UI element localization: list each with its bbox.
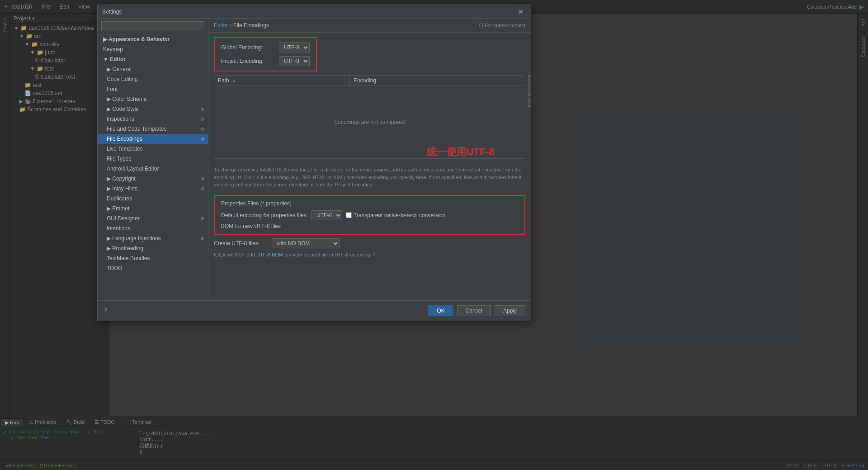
nav-copyright[interactable]: ▶ Copyright ⚙ — [98, 174, 208, 184]
nav-intentions-label: Intentions — [107, 225, 130, 232]
bom-label: BOM for new UTF-8 files — [221, 223, 518, 229]
nav-copyright-label: ▶ Copyright — [107, 176, 136, 182]
path-col-label: Path — [218, 77, 229, 84]
code-style-settings-icon: ⚙ — [200, 107, 204, 112]
nav-todo-label: TODO — [107, 265, 122, 271]
project-encoding-row: Project Encoding: UTF-8 — [221, 56, 310, 66]
nav-appearance[interactable]: ▶ Appearance & Behavior — [98, 34, 208, 44]
nav-proofreading-label: ▶ Proofreading — [107, 245, 143, 252]
utf8-bom-link[interactable]: UTF-8 BOM — [256, 252, 283, 257]
no-bom-info: IDEA will NOT add UTF-8 BOM to every cre… — [214, 252, 525, 258]
encoding-column-header[interactable]: Encoding — [350, 76, 525, 85]
global-encoding-label: Global Encoding: — [221, 44, 275, 51]
global-encoding-row: Global Encoding: UTF-8 — [221, 43, 310, 52]
nav-proofreading[interactable]: ▶ Proofreading — [98, 243, 208, 253]
nav-inlay-hints[interactable]: ▶ Inlay Hints ⚙ — [98, 184, 208, 194]
nav-inspections-label: Inspections — [107, 116, 134, 122]
nav-file-encodings[interactable]: File Encodings ⚙ — [98, 134, 208, 144]
nav-android-layout[interactable]: Android Layout Editor — [98, 164, 208, 174]
transparent-checkbox[interactable] — [346, 212, 352, 218]
nav-todo[interactable]: TODO — [98, 263, 208, 273]
nav-font-label: Font — [107, 86, 118, 92]
project-encoding-select[interactable]: UTF-8 — [279, 56, 310, 66]
settings-content: Editor › File Encodings ☐ For current pr… — [208, 19, 531, 300]
edit-path-button[interactable]: ✎ — [528, 97, 531, 107]
nav-code-editing-label: Code Editing — [107, 76, 138, 82]
nav-file-types[interactable]: File Types — [98, 154, 208, 164]
info-text: To change encoding IntelliJ IDEA uses fo… — [214, 162, 525, 192]
nav-keymap-label: Keymap — [103, 46, 123, 52]
apply-button[interactable]: Apply — [495, 305, 525, 316]
nav-gui-designer-label: GUI Designer — [107, 215, 140, 222]
path-column-header[interactable]: Path ▲ — [214, 76, 350, 85]
global-encoding-select[interactable]: UTF-8 — [279, 43, 310, 52]
nav-file-code-templates-label: File and Code Templates — [107, 126, 167, 132]
nav-general-label: ▶ General — [107, 66, 132, 72]
nav-textmate-label: TextMate Bundles — [107, 255, 150, 261]
create-utf8-row: Create UTF-8 files: with NO BOM with BOM — [214, 238, 525, 248]
nav-code-editing[interactable]: Code Editing — [98, 74, 208, 84]
nav-emmet-label: ▶ Emmet — [107, 205, 129, 212]
properties-files-box: Properties Files (*.properties) Default … — [214, 195, 525, 235]
settings-sidebar: ▶ Appearance & Behavior Keymap ▼ Editor … — [98, 19, 208, 300]
nav-duplicates[interactable]: Duplicates — [98, 194, 208, 204]
nav-editor[interactable]: ▼ Editor — [98, 54, 208, 64]
nav-android-layout-label: Android Layout Editor — [107, 166, 159, 172]
file-encodings-settings-icon: ⚙ — [200, 137, 204, 142]
nav-code-style-label: ▶ Code Style — [107, 106, 139, 112]
gui-designer-settings-icon: ⚙ — [200, 216, 204, 221]
for-current-project[interactable]: ☐ For current project — [479, 23, 525, 28]
dialog-titlebar: Settings ✕ — [98, 5, 531, 19]
nav-inspections[interactable]: Inspections ⚙ — [98, 114, 208, 124]
dialog-body: ▶ Appearance & Behavior Keymap ▼ Editor … — [98, 19, 531, 300]
help-button[interactable]: ? — [103, 307, 107, 315]
breadcrumb-parent[interactable]: Editor — [214, 22, 228, 28]
nav-color-scheme-label: ▶ Color Scheme — [107, 96, 146, 102]
nav-keymap[interactable]: Keymap — [98, 44, 208, 54]
nav-gui-designer[interactable]: GUI Designer ⚙ — [98, 214, 208, 223]
nav-code-style[interactable]: ▶ Code Style ⚙ — [98, 104, 208, 114]
nav-emmet[interactable]: ▶ Emmet — [98, 204, 208, 214]
nav-file-encodings-label: File Encodings — [107, 136, 142, 142]
dialog-title: Settings — [102, 9, 122, 15]
dialog-close-button[interactable]: ✕ — [515, 7, 526, 16]
cancel-button[interactable]: Cancel — [457, 305, 491, 316]
nav-live-templates-label: Live Templates — [107, 146, 143, 152]
nav-file-types-label: File Types — [107, 156, 131, 162]
empty-table-message: Encodings are not configured — [334, 119, 405, 125]
nav-live-templates[interactable]: Live Templates — [98, 144, 208, 154]
nav-appearance-label: ▶ Appearance & Behavior — [103, 36, 170, 43]
for-project-label: For current project — [485, 23, 525, 28]
nav-editor-label: ▼ Editor — [103, 56, 126, 62]
dialog-footer: ? OK Cancel Apply — [98, 300, 531, 321]
encoding-col-label: Encoding — [354, 77, 376, 84]
project-encoding-label: Project Encoding: — [221, 58, 275, 64]
create-utf8-label: Create UTF-8 files: — [214, 240, 268, 247]
copyright-settings-icon: ⚙ — [200, 176, 204, 181]
remove-path-button[interactable]: − — [528, 86, 531, 96]
nav-file-code-templates[interactable]: File and Code Templates ⚙ — [98, 124, 208, 134]
lang-inject-settings-icon: ⚙ — [200, 236, 204, 241]
nav-font[interactable]: Font — [98, 84, 208, 94]
settings-search-input[interactable] — [101, 21, 204, 31]
breadcrumb-separator: › — [230, 22, 231, 28]
create-utf8-select[interactable]: with NO BOM with BOM — [272, 238, 340, 248]
inspections-settings-icon: ⚙ — [200, 117, 204, 122]
sort-arrow: ▲ — [232, 78, 236, 83]
nav-general[interactable]: ▶ General — [98, 64, 208, 74]
nav-language-injections[interactable]: ▶ Language Injections ⚙ — [98, 233, 208, 243]
transparent-label[interactable]: Transparent native-to-ascii conversion — [354, 212, 445, 218]
properties-encoding-select[interactable]: UTF-8 — [311, 210, 342, 220]
nav-textmate[interactable]: TextMate Bundles — [98, 253, 208, 263]
breadcrumb: Editor › File Encodings ☐ For current pr… — [208, 19, 531, 33]
add-path-button[interactable]: + — [528, 75, 531, 85]
breadcrumb-current: File Encodings — [233, 22, 269, 28]
properties-encoding-label: Default encoding for properties files: — [221, 212, 308, 218]
settings-dialog: Settings ✕ ▶ Appearance & Behavior Keyma… — [97, 5, 531, 321]
nav-color-scheme[interactable]: ▶ Color Scheme — [98, 94, 208, 104]
ok-button[interactable]: OK — [428, 305, 453, 316]
encoding-top-box: Global Encoding: UTF-8 Project Encoding:… — [214, 37, 317, 71]
nav-intentions[interactable]: Intentions — [98, 223, 208, 233]
search-container — [98, 19, 208, 34]
nav-language-injections-label: ▶ Language Injections — [107, 235, 161, 242]
